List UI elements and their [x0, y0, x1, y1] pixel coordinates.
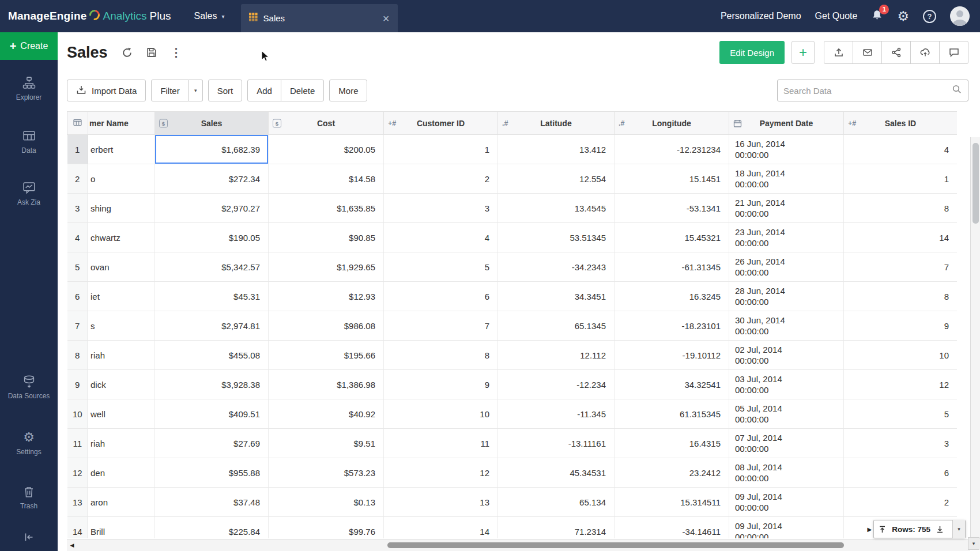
user-avatar[interactable] — [950, 6, 970, 26]
cell-cost[interactable]: $40.92 — [269, 399, 384, 429]
cell-latitude[interactable]: -34.2343 — [498, 252, 615, 282]
row-number-cell[interactable]: 3 — [67, 194, 88, 223]
sidebar-item-ask-zia[interactable]: Ask Zia — [0, 181, 58, 206]
cell-sales-id[interactable]: 8 — [844, 194, 958, 223]
cell-customer-name[interactable]: erbert — [88, 135, 155, 164]
cell-customer-id[interactable]: 1 — [384, 135, 498, 164]
cell-sales-id[interactable]: 1 — [844, 164, 958, 194]
column-header-corner[interactable] — [67, 112, 88, 135]
refresh-button[interactable] — [122, 47, 133, 58]
row-number-cell[interactable]: 5 — [67, 252, 88, 282]
cell-sales[interactable]: $455.08 — [155, 341, 269, 370]
cell-cost[interactable]: $0.13 — [269, 488, 384, 517]
rows-dropdown-caret[interactable]: ▾ — [952, 520, 965, 538]
save-button[interactable] — [146, 47, 157, 58]
cell-longitude[interactable]: -18.23101 — [615, 311, 729, 341]
settings-gear-icon[interactable]: ⚙ — [897, 10, 909, 23]
cell-sales[interactable]: $27.69 — [155, 429, 269, 458]
export-button[interactable] — [824, 41, 853, 64]
cell-customer-id[interactable]: 7 — [384, 311, 498, 341]
cell-longitude[interactable]: 16.4315 — [615, 429, 729, 458]
share-button[interactable] — [881, 41, 911, 64]
cell-customer-name[interactable]: iet — [88, 282, 155, 311]
column-header-payment-date[interactable]: Payment Date — [729, 112, 844, 135]
scroll-right-arrow[interactable]: ▶ — [868, 526, 872, 533]
column-header-customer-name[interactable]: mer Name — [88, 112, 155, 135]
sidebar-item-trash[interactable]: Trash — [0, 485, 58, 510]
import-data-button[interactable]: Import Data — [67, 80, 146, 101]
cell-longitude[interactable]: 15.45321 — [615, 223, 729, 252]
column-header-sales[interactable]: $ Sales — [155, 112, 269, 135]
cell-cost[interactable]: $1,386.98 — [269, 370, 384, 399]
add-button[interactable]: Add — [247, 80, 281, 101]
row-number-cell[interactable]: 12 — [67, 458, 88, 488]
cell-sales[interactable]: $955.88 — [155, 458, 269, 488]
sidebar-item-explorer[interactable]: Explorer — [0, 76, 58, 101]
vertical-scrollbar[interactable] — [970, 137, 980, 539]
sidebar-item-data[interactable]: Data — [0, 129, 58, 154]
cell-longitude[interactable]: -12.231234 — [615, 135, 729, 164]
add-view-button[interactable]: + — [791, 41, 815, 64]
cell-payment-date[interactable]: 23 Jun, 2014 00:00:00 — [729, 223, 844, 252]
cell-customer-id[interactable]: 14 — [384, 517, 498, 539]
sidebar-collapse-button[interactable] — [0, 531, 58, 543]
row-number-cell[interactable]: 14 — [67, 517, 88, 539]
cell-customer-id[interactable]: 5 — [384, 252, 498, 282]
cell-latitude[interactable]: -13.11161 — [498, 429, 615, 458]
email-button[interactable] — [853, 41, 882, 64]
cell-latitude[interactable]: 13.412 — [498, 135, 615, 164]
cell-customer-name[interactable]: aron — [88, 488, 155, 517]
cell-latitude[interactable]: 13.4545 — [498, 194, 615, 223]
cell-longitude[interactable]: 15.314511 — [615, 488, 729, 517]
cell-latitude[interactable]: 34.3451 — [498, 282, 615, 311]
cell-payment-date[interactable]: 30 Jun, 2014 00:00:00 — [729, 311, 844, 341]
cell-payment-date[interactable]: 03 Jul, 2014 00:00:00 — [729, 370, 844, 399]
cell-sales[interactable]: $3,928.38 — [155, 370, 269, 399]
horizontal-scroll-thumb[interactable] — [387, 542, 844, 548]
cell-longitude[interactable]: -34.14611 — [615, 517, 729, 539]
cell-payment-date[interactable]: 07 Jul, 2014 00:00:00 — [729, 429, 844, 458]
cell-sales[interactable]: $409.51 — [155, 399, 269, 429]
cell-sales[interactable]: $45.31 — [155, 282, 269, 311]
filter-button[interactable]: Filter — [151, 80, 189, 101]
cell-payment-date[interactable]: 05 Jul, 2014 00:00:00 — [729, 399, 844, 429]
row-number-cell[interactable]: 1 — [67, 135, 88, 164]
cell-customer-id[interactable]: 3 — [384, 194, 498, 223]
more-options-kebab-icon[interactable]: ⋮ — [171, 46, 182, 59]
row-number-cell[interactable]: 11 — [67, 429, 88, 458]
cell-customer-name[interactable]: riah — [88, 341, 155, 370]
cell-cost[interactable]: $986.08 — [269, 311, 384, 341]
comments-button[interactable] — [939, 41, 968, 64]
cell-customer-id[interactable]: 2 — [384, 164, 498, 194]
scroll-to-bottom-icon[interactable] — [932, 525, 948, 534]
cell-sales[interactable]: $190.05 — [155, 223, 269, 252]
row-number-cell[interactable]: 10 — [67, 399, 88, 429]
search-icon[interactable] — [952, 84, 962, 97]
column-header-longitude[interactable]: .# Longitude — [615, 112, 729, 135]
cell-latitude[interactable]: 53.51345 — [498, 223, 615, 252]
row-number-cell[interactable]: 13 — [67, 488, 88, 517]
row-number-cell[interactable]: 6 — [67, 282, 88, 311]
cell-customer-name[interactable]: well — [88, 399, 155, 429]
cell-customer-name[interactable]: o — [88, 164, 155, 194]
cell-sales[interactable]: $5,342.57 — [155, 252, 269, 282]
column-header-cost[interactable]: $ Cost — [269, 112, 384, 135]
cell-sales[interactable]: $37.48 — [155, 488, 269, 517]
cell-longitude[interactable]: 61.315345 — [615, 399, 729, 429]
cell-customer-name[interactable]: ovan — [88, 252, 155, 282]
help-icon[interactable]: ? — [923, 10, 936, 23]
cell-payment-date[interactable]: 18 Jun, 2014 00:00:00 — [729, 164, 844, 194]
cell-sales-id[interactable]: 6 — [844, 458, 958, 488]
cell-customer-id[interactable]: 13 — [384, 488, 498, 517]
filter-dropdown-caret[interactable]: ▾ — [189, 80, 203, 101]
publish-cloud-button[interactable] — [910, 41, 940, 64]
cell-longitude[interactable]: 34.32541 — [615, 370, 729, 399]
cell-payment-date[interactable]: 09 Jul, 2014 00:00:00 — [729, 517, 844, 539]
cell-latitude[interactable]: 71.2314 — [498, 517, 615, 539]
tab-close-icon[interactable]: × — [383, 13, 390, 24]
row-number-cell[interactable]: 4 — [67, 223, 88, 252]
cell-longitude[interactable]: -19.10112 — [615, 341, 729, 370]
cell-longitude[interactable]: 23.2412 — [615, 458, 729, 488]
cell-customer-id[interactable]: 8 — [384, 341, 498, 370]
cell-customer-id[interactable]: 6 — [384, 282, 498, 311]
